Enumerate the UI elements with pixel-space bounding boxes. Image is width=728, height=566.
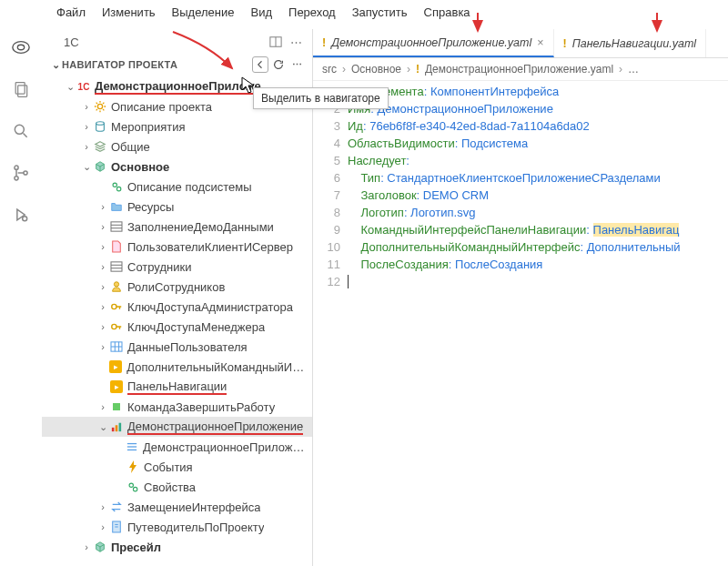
debug-icon[interactable]	[10, 204, 32, 226]
menu-help[interactable]: Справка	[424, 5, 470, 19]
folder-icon	[109, 199, 124, 214]
tree-row[interactable]: ›Общие	[42, 136, 312, 157]
db-icon	[93, 119, 107, 134]
expand-arrow-icon[interactable]: ›	[96, 201, 109, 212]
files-icon[interactable]	[10, 78, 32, 100]
tree-row[interactable]: ›ПользователиКлиентИСервер	[42, 237, 312, 257]
tree-row[interactable]: ›КлючДоступаМенеджера	[42, 317, 312, 337]
close-icon[interactable]: ×	[537, 36, 543, 49]
editor: ! ДемонстрационноеПриложение.yaml × ! Па…	[313, 29, 728, 566]
logo-1c-icon[interactable]	[10, 36, 32, 58]
tree-row[interactable]: Описание подсистемы	[42, 177, 312, 197]
crumb[interactable]: src	[322, 63, 337, 76]
menu-selection[interactable]: Выделение	[172, 5, 235, 19]
expand-arrow-icon[interactable]: ›	[96, 341, 109, 352]
menu-file[interactable]: Файл	[56, 5, 86, 19]
tree-label: ДанныеПользователя	[127, 340, 248, 354]
svg-point-0	[13, 42, 29, 54]
menu-view[interactable]: Вид	[251, 5, 273, 19]
tree-label: Сотрудники	[127, 260, 191, 274]
svg-point-15	[113, 183, 116, 187]
tree-row[interactable]: ›ЗамещениеИнтерфейса	[42, 497, 312, 517]
tree-row[interactable]: ›ДанныеПользователя	[42, 337, 312, 357]
tree-row[interactable]: ›РолиСотрудников	[42, 277, 312, 297]
tree-row[interactable]: События	[42, 457, 312, 477]
expand-arrow-icon[interactable]: ›	[96, 321, 109, 332]
svg-point-8	[24, 171, 27, 175]
section-more-icon[interactable]: ⋯	[288, 56, 305, 73]
crumb-more[interactable]: …	[628, 63, 639, 76]
expand-arrow-icon[interactable]: ›	[96, 401, 109, 412]
tree-row[interactable]: ›Ресурсы	[42, 197, 312, 217]
expand-arrow-icon[interactable]: ›	[96, 281, 109, 292]
breadcrumb[interactable]: src› Основное› ! ДемонстрационноеПриложе…	[313, 58, 728, 81]
svg-point-14	[96, 122, 105, 126]
expand-arrow-icon[interactable]: ⌄	[80, 161, 93, 173]
project-tree[interactable]: ⌄1CДемонстрационноеПриложе…›Описание про…	[42, 76, 312, 566]
tree-label: Свойства	[144, 480, 196, 494]
tree-row[interactable]: ›КлючДоступаАдминистратора	[42, 297, 312, 317]
tab-active[interactable]: ! ДемонстрационноеПриложение.yaml ×	[313, 29, 554, 57]
expand-arrow-icon[interactable]: ›	[96, 301, 109, 312]
tree-row[interactable]: ›ЗаполнениеДемоДанными	[42, 217, 312, 237]
user-icon	[109, 279, 124, 294]
svg-point-1	[17, 45, 24, 50]
crumb[interactable]: ДемонстрационноеПриложение.yaml	[425, 63, 613, 76]
svg-rect-30	[113, 403, 120, 410]
expand-arrow-icon[interactable]: ⌄	[64, 81, 76, 93]
expand-arrow-icon[interactable]: ›	[80, 141, 93, 152]
more-icon[interactable]: ⋯	[288, 35, 303, 49]
cube-icon	[93, 159, 107, 174]
tree-row[interactable]: ›Мероприятия	[42, 116, 312, 136]
tree-label: КлючДоступаАдминистратора	[127, 300, 293, 314]
search-icon[interactable]	[10, 120, 32, 142]
expand-arrow-icon[interactable]: ›	[96, 501, 109, 512]
split-icon[interactable]	[268, 35, 283, 49]
expand-arrow-icon[interactable]: ⌄	[96, 421, 109, 433]
tree-row[interactable]: ›ПутеводительПоПроекту	[42, 517, 312, 537]
code-area[interactable]: 23456789101112 ВидЭлемента: КомпонентИнт…	[313, 81, 728, 290]
code-lines[interactable]: ВидЭлемента: КомпонентИнтерфейсаИмя: Дем…	[348, 83, 728, 290]
menu-go[interactable]: Переход	[288, 5, 336, 19]
reveal-in-navigator-button[interactable]	[252, 56, 268, 73]
expand-arrow-icon[interactable]: ›	[96, 221, 109, 232]
expand-arrow-icon[interactable]: ›	[96, 521, 109, 532]
menu-edit[interactable]: Изменить	[102, 5, 156, 19]
tree-row[interactable]: ›Пресейл	[42, 537, 312, 557]
tree-row[interactable]: ⌄Основное	[42, 157, 312, 177]
tree-label: ДополнительныйКомандныйИнт…	[126, 360, 307, 374]
tree-row[interactable]: ›КомандаЗавершитьРаботу	[42, 397, 312, 417]
expand-arrow-icon[interactable]: ›	[96, 261, 109, 272]
tree-row[interactable]: ⌄ДемонстрационноеПриложение	[42, 417, 312, 437]
list-icon	[125, 440, 139, 454]
tree-row[interactable]: Свойства	[42, 477, 312, 497]
tree-label: Общие	[111, 140, 150, 154]
mgear-icon	[109, 179, 124, 194]
svg-point-38	[133, 487, 136, 490]
navigator-section-header[interactable]: ⌄ НАВИГАТОР ПРОЕКТА ⋯	[42, 53, 312, 76]
expand-arrow-icon[interactable]: ›	[80, 541, 93, 552]
svg-rect-20	[111, 262, 122, 271]
expand-arrow-icon[interactable]: ›	[80, 121, 93, 132]
tree-row[interactable]: ДемонстрационноеПриложение	[42, 437, 312, 457]
source-control-icon[interactable]	[10, 162, 32, 184]
svg-point-10	[23, 217, 27, 221]
tab-inactive[interactable]: ! ПанельНавигации.yaml	[554, 29, 707, 57]
catalog-icon	[109, 219, 124, 234]
svg-rect-31	[112, 428, 115, 431]
expand-arrow-icon[interactable]: ›	[80, 101, 93, 112]
side-panel-title: 1C	[64, 35, 263, 49]
expand-arrow-icon[interactable]: ›	[96, 241, 109, 252]
menu-run[interactable]: Запустить	[352, 5, 408, 19]
crumb[interactable]: Основное	[351, 63, 401, 76]
tree-row[interactable]: ▸ПанельНавигации	[42, 377, 312, 397]
tree-label: Пресейл	[111, 541, 161, 554]
refresh-icon[interactable]	[270, 56, 287, 73]
tree-label: Ресурсы	[127, 200, 174, 214]
svg-point-13	[97, 104, 102, 108]
tree-row[interactable]: ▸ДополнительныйКомандныйИнт…	[42, 357, 312, 377]
svg-point-24	[112, 304, 116, 308]
svg-point-23	[114, 282, 118, 287]
tree-row[interactable]: ›Сотрудники	[42, 257, 312, 277]
menu-bar: Файл Изменить Выделение Вид Переход Запу…	[0, 0, 728, 25]
